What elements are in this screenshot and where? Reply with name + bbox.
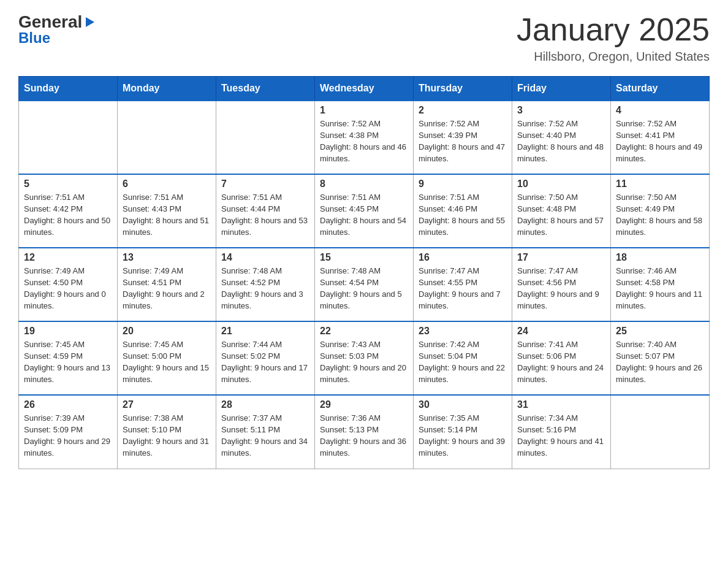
table-row: 19Sunrise: 7:45 AM Sunset: 4:59 PM Dayli… xyxy=(19,321,118,395)
day-number: 23 xyxy=(419,326,507,337)
day-number: 18 xyxy=(616,252,704,263)
day-number: 12 xyxy=(24,252,112,263)
day-info: Sunrise: 7:35 AM Sunset: 5:14 PM Dayligh… xyxy=(419,413,507,459)
table-row: 9Sunrise: 7:51 AM Sunset: 4:46 PM Daylig… xyxy=(414,174,512,248)
day-info: Sunrise: 7:52 AM Sunset: 4:38 PM Dayligh… xyxy=(320,118,408,164)
table-row: 25Sunrise: 7:40 AM Sunset: 5:07 PM Dayli… xyxy=(611,321,710,395)
table-row: 28Sunrise: 7:37 AM Sunset: 5:11 PM Dayli… xyxy=(216,395,315,469)
calendar-week-row: 19Sunrise: 7:45 AM Sunset: 4:59 PM Dayli… xyxy=(19,321,710,395)
table-row: 10Sunrise: 7:50 AM Sunset: 4:48 PM Dayli… xyxy=(512,174,611,248)
day-info: Sunrise: 7:42 AM Sunset: 5:04 PM Dayligh… xyxy=(419,339,507,385)
day-info: Sunrise: 7:39 AM Sunset: 5:09 PM Dayligh… xyxy=(24,413,112,459)
table-row: 27Sunrise: 7:38 AM Sunset: 5:10 PM Dayli… xyxy=(118,395,216,469)
table-row: 29Sunrise: 7:36 AM Sunset: 5:13 PM Dayli… xyxy=(315,395,414,469)
day-info: Sunrise: 7:46 AM Sunset: 4:58 PM Dayligh… xyxy=(616,266,704,312)
table-row: 20Sunrise: 7:45 AM Sunset: 5:00 PM Dayli… xyxy=(118,321,216,395)
day-number: 2 xyxy=(419,105,507,116)
day-number: 1 xyxy=(320,105,408,116)
day-info: Sunrise: 7:47 AM Sunset: 4:55 PM Dayligh… xyxy=(419,266,507,312)
table-row: 15Sunrise: 7:48 AM Sunset: 4:54 PM Dayli… xyxy=(315,248,414,321)
col-thursday: Thursday xyxy=(414,77,512,101)
day-info: Sunrise: 7:51 AM Sunset: 4:45 PM Dayligh… xyxy=(320,192,408,238)
logo: General Blue xyxy=(18,12,97,47)
day-number: 25 xyxy=(616,326,704,337)
table-row: 31Sunrise: 7:34 AM Sunset: 5:16 PM Dayli… xyxy=(512,395,611,469)
logo-blue-text: Blue xyxy=(18,29,97,47)
table-row: 5Sunrise: 7:51 AM Sunset: 4:42 PM Daylig… xyxy=(19,174,118,248)
day-number: 14 xyxy=(221,252,309,263)
day-number: 13 xyxy=(123,252,211,263)
table-row: 3Sunrise: 7:52 AM Sunset: 4:40 PM Daylig… xyxy=(512,101,611,174)
page-header: General Blue January 2025 Hillsboro, Ore… xyxy=(18,12,710,64)
calendar-header-row: Sunday Monday Tuesday Wednesday Thursday… xyxy=(19,77,710,101)
table-row xyxy=(216,101,315,174)
table-row: 11Sunrise: 7:50 AM Sunset: 4:49 PM Dayli… xyxy=(611,174,710,248)
day-number: 15 xyxy=(320,252,408,263)
table-row: 23Sunrise: 7:42 AM Sunset: 5:04 PM Dayli… xyxy=(414,321,512,395)
day-number: 21 xyxy=(221,326,309,337)
title-section: January 2025 Hillsboro, Oregon, United S… xyxy=(517,12,710,64)
col-tuesday: Tuesday xyxy=(216,77,315,101)
day-info: Sunrise: 7:52 AM Sunset: 4:41 PM Dayligh… xyxy=(616,118,704,164)
col-friday: Friday xyxy=(512,77,611,101)
table-row: 18Sunrise: 7:46 AM Sunset: 4:58 PM Dayli… xyxy=(611,248,710,321)
table-row: 16Sunrise: 7:47 AM Sunset: 4:55 PM Dayli… xyxy=(414,248,512,321)
calendar-week-row: 1Sunrise: 7:52 AM Sunset: 4:38 PM Daylig… xyxy=(19,101,710,174)
day-number: 30 xyxy=(419,399,507,410)
day-number: 9 xyxy=(419,178,507,190)
month-title: January 2025 xyxy=(517,12,710,47)
table-row: 7Sunrise: 7:51 AM Sunset: 4:44 PM Daylig… xyxy=(216,174,315,248)
table-row: 1Sunrise: 7:52 AM Sunset: 4:38 PM Daylig… xyxy=(315,101,414,174)
col-wednesday: Wednesday xyxy=(315,77,414,101)
day-info: Sunrise: 7:51 AM Sunset: 4:43 PM Dayligh… xyxy=(123,192,211,238)
svg-marker-0 xyxy=(86,17,94,27)
col-monday: Monday xyxy=(118,77,216,101)
day-info: Sunrise: 7:48 AM Sunset: 4:54 PM Dayligh… xyxy=(320,266,408,312)
day-info: Sunrise: 7:48 AM Sunset: 4:52 PM Dayligh… xyxy=(221,266,309,312)
table-row: 30Sunrise: 7:35 AM Sunset: 5:14 PM Dayli… xyxy=(414,395,512,469)
table-row xyxy=(611,395,710,469)
day-info: Sunrise: 7:52 AM Sunset: 4:39 PM Dayligh… xyxy=(419,118,507,164)
day-number: 27 xyxy=(123,399,211,410)
day-number: 20 xyxy=(123,326,211,337)
day-info: Sunrise: 7:47 AM Sunset: 4:56 PM Dayligh… xyxy=(517,266,605,312)
day-number: 5 xyxy=(24,178,112,190)
day-number: 7 xyxy=(221,178,309,190)
day-number: 24 xyxy=(517,326,605,337)
day-info: Sunrise: 7:40 AM Sunset: 5:07 PM Dayligh… xyxy=(616,339,704,385)
day-info: Sunrise: 7:52 AM Sunset: 4:40 PM Dayligh… xyxy=(517,118,605,164)
table-row: 2Sunrise: 7:52 AM Sunset: 4:39 PM Daylig… xyxy=(414,101,512,174)
table-row: 21Sunrise: 7:44 AM Sunset: 5:02 PM Dayli… xyxy=(216,321,315,395)
day-info: Sunrise: 7:43 AM Sunset: 5:03 PM Dayligh… xyxy=(320,339,408,385)
day-info: Sunrise: 7:36 AM Sunset: 5:13 PM Dayligh… xyxy=(320,413,408,459)
col-saturday: Saturday xyxy=(611,77,710,101)
table-row: 14Sunrise: 7:48 AM Sunset: 4:52 PM Dayli… xyxy=(216,248,315,321)
day-number: 19 xyxy=(24,326,112,337)
day-info: Sunrise: 7:34 AM Sunset: 5:16 PM Dayligh… xyxy=(517,413,605,459)
day-number: 11 xyxy=(616,178,704,190)
day-number: 8 xyxy=(320,178,408,190)
day-info: Sunrise: 7:37 AM Sunset: 5:11 PM Dayligh… xyxy=(221,413,309,459)
day-info: Sunrise: 7:50 AM Sunset: 4:49 PM Dayligh… xyxy=(616,192,704,238)
day-number: 6 xyxy=(123,178,211,190)
table-row: 6Sunrise: 7:51 AM Sunset: 4:43 PM Daylig… xyxy=(118,174,216,248)
table-row: 24Sunrise: 7:41 AM Sunset: 5:06 PM Dayli… xyxy=(512,321,611,395)
day-info: Sunrise: 7:44 AM Sunset: 5:02 PM Dayligh… xyxy=(221,339,309,385)
table-row: 17Sunrise: 7:47 AM Sunset: 4:56 PM Dayli… xyxy=(512,248,611,321)
table-row: 26Sunrise: 7:39 AM Sunset: 5:09 PM Dayli… xyxy=(19,395,118,469)
table-row: 8Sunrise: 7:51 AM Sunset: 4:45 PM Daylig… xyxy=(315,174,414,248)
table-row xyxy=(118,101,216,174)
day-info: Sunrise: 7:41 AM Sunset: 5:06 PM Dayligh… xyxy=(517,339,605,385)
day-info: Sunrise: 7:49 AM Sunset: 4:50 PM Dayligh… xyxy=(24,266,112,312)
calendar-week-row: 26Sunrise: 7:39 AM Sunset: 5:09 PM Dayli… xyxy=(19,395,710,469)
day-number: 28 xyxy=(221,399,309,410)
table-row: 22Sunrise: 7:43 AM Sunset: 5:03 PM Dayli… xyxy=(315,321,414,395)
table-row xyxy=(19,101,118,174)
day-number: 26 xyxy=(24,399,112,410)
table-row: 13Sunrise: 7:49 AM Sunset: 4:51 PM Dayli… xyxy=(118,248,216,321)
day-info: Sunrise: 7:51 AM Sunset: 4:44 PM Dayligh… xyxy=(221,192,309,238)
table-row: 12Sunrise: 7:49 AM Sunset: 4:50 PM Dayli… xyxy=(19,248,118,321)
calendar-week-row: 5Sunrise: 7:51 AM Sunset: 4:42 PM Daylig… xyxy=(19,174,710,248)
day-info: Sunrise: 7:51 AM Sunset: 4:46 PM Dayligh… xyxy=(419,192,507,238)
day-number: 4 xyxy=(616,105,704,116)
